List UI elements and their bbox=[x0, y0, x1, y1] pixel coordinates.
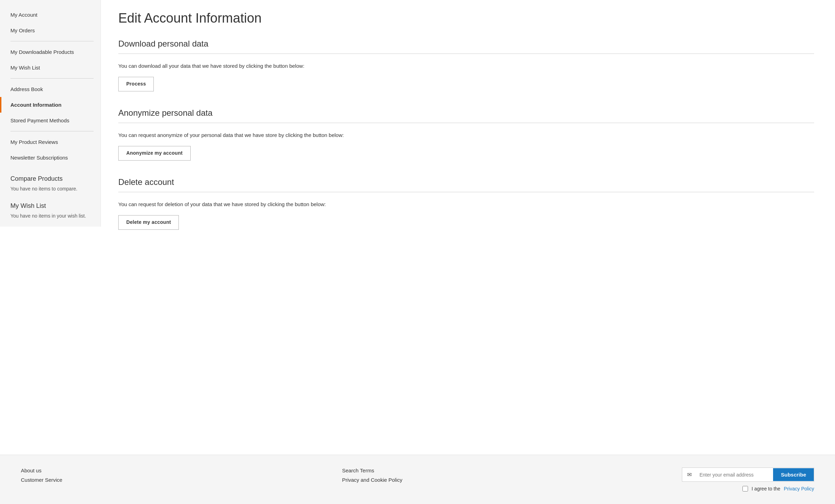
delete-section-divider bbox=[118, 192, 814, 192]
wish-list-title: My Wish List bbox=[10, 202, 101, 210]
footer-col-2: Search Terms Privacy and Cookie Policy bbox=[342, 468, 402, 483]
newsletter-input-row: ✉ Subscribe bbox=[682, 468, 814, 482]
page-title: Edit Account Information bbox=[118, 10, 814, 26]
download-section: Download personal data You can download … bbox=[118, 39, 814, 91]
anonymize-section-description: You can request anonymize of your person… bbox=[118, 131, 814, 139]
delete-account-button[interactable]: Delete my account bbox=[118, 215, 179, 230]
anonymize-section-heading: Anonymize personal data bbox=[118, 108, 814, 118]
compare-products-text: You have no items to compare. bbox=[10, 185, 101, 193]
footer-link-search-terms[interactable]: Search Terms bbox=[342, 468, 402, 473]
sidebar-divider-3 bbox=[10, 131, 94, 131]
download-section-heading: Download personal data bbox=[118, 39, 814, 49]
anonymize-section: Anonymize personal data You can request … bbox=[118, 108, 814, 161]
footer-link-about-us[interactable]: About us bbox=[21, 468, 62, 473]
process-button[interactable]: Process bbox=[118, 77, 154, 91]
sidebar-item-address-book[interactable]: Address Book bbox=[10, 81, 101, 97]
sidebar-item-stored-payment-methods[interactable]: Stored Payment Methods bbox=[10, 113, 101, 128]
main-content: Edit Account Information Download person… bbox=[101, 0, 835, 260]
download-section-divider bbox=[118, 54, 814, 54]
anonymize-button[interactable]: Anonymize my account bbox=[118, 146, 191, 161]
privacy-policy-checkbox[interactable] bbox=[742, 486, 748, 491]
sidebar: My Account My Orders My Downloadable Pro… bbox=[0, 0, 101, 227]
compare-products-section: Compare Products You have no items to co… bbox=[10, 174, 101, 193]
footer-link-privacy-cookie-policy[interactable]: Privacy and Cookie Policy bbox=[342, 477, 402, 483]
sidebar-divider-2 bbox=[10, 78, 94, 79]
agree-text: I agree to the bbox=[752, 486, 780, 491]
compare-products-title: Compare Products bbox=[10, 175, 101, 182]
delete-section-description: You can request for deletion of your dat… bbox=[118, 201, 814, 209]
newsletter-email-input[interactable] bbox=[697, 469, 773, 481]
email-icon: ✉ bbox=[682, 468, 697, 481]
sidebar-item-newsletter-subscriptions[interactable]: Newsletter Subscriptions bbox=[10, 150, 101, 165]
wish-list-text: You have no items in your wish list. bbox=[10, 212, 101, 220]
wish-list-section: My Wish List You have no items in your w… bbox=[10, 201, 101, 220]
footer-col-1: About us Customer Service bbox=[21, 468, 62, 483]
sidebar-item-account-information[interactable]: Account Information bbox=[10, 97, 101, 113]
sidebar-item-my-product-reviews[interactable]: My Product Reviews bbox=[10, 134, 101, 150]
sidebar-item-my-orders[interactable]: My Orders bbox=[10, 23, 101, 38]
sidebar-item-my-account[interactable]: My Account bbox=[10, 7, 101, 23]
delete-section: Delete account You can request for delet… bbox=[118, 177, 814, 230]
newsletter-agree-row: I agree to the Privacy Policy bbox=[742, 486, 814, 491]
footer-newsletter: ✉ Subscribe I agree to the Privacy Polic… bbox=[682, 468, 814, 491]
delete-section-heading: Delete account bbox=[118, 177, 814, 187]
sidebar-item-my-wish-list[interactable]: My Wish List bbox=[10, 60, 101, 75]
footer: About us Customer Service Search Terms P… bbox=[0, 455, 835, 504]
sidebar-item-my-downloadable-products[interactable]: My Downloadable Products bbox=[10, 44, 101, 60]
privacy-policy-link[interactable]: Privacy Policy bbox=[784, 486, 814, 491]
sidebar-nav-primary: My Account My Orders My Downloadable Pro… bbox=[10, 7, 101, 165]
sidebar-divider-1 bbox=[10, 41, 94, 41]
subscribe-button[interactable]: Subscribe bbox=[773, 468, 814, 481]
anonymize-section-divider bbox=[118, 123, 814, 123]
footer-link-customer-service[interactable]: Customer Service bbox=[21, 477, 62, 483]
download-section-description: You can download all your data that we h… bbox=[118, 62, 814, 70]
